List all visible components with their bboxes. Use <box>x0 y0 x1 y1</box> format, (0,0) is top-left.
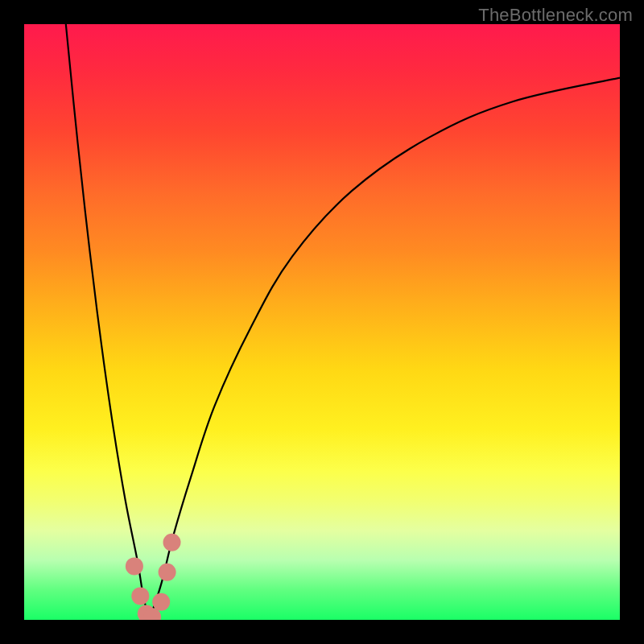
highlight-marker <box>131 587 149 605</box>
chart-frame: TheBottleneck.com <box>0 0 644 644</box>
highlight-marker <box>126 557 143 575</box>
curve-right-branch <box>149 78 620 620</box>
highlight-marker <box>163 534 181 551</box>
curve-left-branch <box>66 24 150 620</box>
plot-area <box>24 24 620 620</box>
curves-svg <box>24 24 620 620</box>
highlight-marker <box>152 593 170 611</box>
watermark-text: TheBottleneck.com <box>478 5 633 26</box>
highlight-marker <box>159 564 176 581</box>
